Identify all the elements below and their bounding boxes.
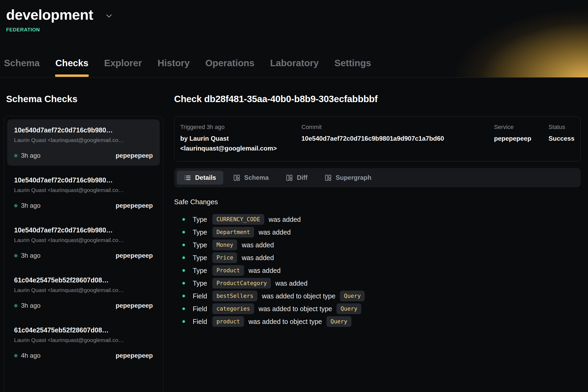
- check-meta-row: 3h ago pepepepeep: [14, 152, 153, 159]
- view-tabs: Details Schema Diff Supergraph: [174, 168, 581, 187]
- check-service: pepepepeep: [116, 352, 153, 359]
- code-chip: product: [212, 316, 244, 327]
- code-chip: Query: [337, 303, 361, 314]
- check-author: Laurin Quast <laurinquast@googlemail.co…: [14, 287, 153, 293]
- check-list-item[interactable]: 10e540d7aef72c0d716c9b980… Laurin Quast …: [7, 119, 160, 166]
- check-list-item[interactable]: 10e540d7aef72c0d716c9b980… Laurin Quast …: [7, 169, 160, 216]
- tab-operations[interactable]: Operations: [205, 58, 255, 77]
- change-row: Type Department was added: [174, 226, 581, 239]
- service-value: pepepepeep: [494, 134, 549, 143]
- check-detail-panel: Check db28f481-35aa-40b0-b8b9-303ecfabbb…: [163, 78, 581, 392]
- content: Schema Checks 10e540d7aef72c0d716c9b980……: [0, 78, 588, 392]
- change-kind: Type: [193, 280, 207, 287]
- check-hash: 10e540d7aef72c0d716c9b980…: [14, 226, 153, 234]
- bullet-dot-icon: [182, 218, 185, 221]
- project-type-badge: FEDERATION: [6, 27, 588, 33]
- status-label: Status: [549, 124, 574, 131]
- code-chip: Money: [212, 240, 237, 250]
- change-suffix: was added: [259, 228, 291, 236]
- service-label: Service: [494, 124, 549, 131]
- status-dot-icon: [14, 154, 18, 157]
- tab-checks[interactable]: Checks: [55, 58, 89, 77]
- change-row: Type Product was added: [174, 264, 581, 277]
- code-chip: categories: [212, 303, 254, 314]
- check-hash: 61c04e25475eb52f28607d08…: [14, 326, 153, 334]
- status-dot-icon: [14, 354, 18, 357]
- check-meta-row: 3h ago pepepepeep: [14, 302, 153, 309]
- change-row: Type CURRENCY_CODE was added: [174, 213, 581, 226]
- commit-label: Commit: [301, 124, 494, 131]
- tab-laboratory[interactable]: Laboratory: [270, 58, 319, 77]
- list-icon: [184, 174, 191, 181]
- view-tab-details[interactable]: Details: [177, 171, 223, 185]
- meta-triggered: Triggered 3h ago by Laurin Quast <laurin…: [180, 124, 301, 153]
- change-row: Field product was added to object type Q…: [174, 315, 581, 328]
- check-meta-row: 3h ago pepepepeep: [14, 202, 153, 209]
- status-dot-icon: [14, 254, 18, 257]
- change-row: Type Money was added: [174, 239, 581, 251]
- bullet-dot-icon: [182, 295, 185, 297]
- change-row: Field bestSellers was added to object ty…: [174, 290, 581, 302]
- check-meta-box: Triggered 3h ago by Laurin Quast <laurin…: [174, 116, 581, 161]
- check-list-item[interactable]: 10e540d7aef72c0d716c9b980… Laurin Quast …: [7, 219, 160, 266]
- view-tab-diff[interactable]: Diff: [279, 171, 315, 185]
- meta-status: Status Success: [549, 124, 574, 153]
- columns-icon: [233, 174, 240, 181]
- change-row: Type ProductCategory was added: [174, 277, 581, 290]
- check-list-item[interactable]: 61c04e25475eb52f28607d08… Laurin Quast <…: [7, 269, 160, 316]
- change-kind: Type: [193, 254, 207, 262]
- tab-settings[interactable]: Settings: [334, 58, 371, 77]
- view-tab-label: Schema: [244, 174, 269, 181]
- check-time: 3h ago: [21, 252, 40, 259]
- chevron-down-icon[interactable]: [104, 11, 114, 20]
- check-meta-row: 4h ago pepepepeep: [14, 352, 153, 359]
- change-suffix: was added to object type: [249, 318, 322, 326]
- check-author: Laurin Quast <laurinquast@googlemail.co…: [14, 187, 153, 193]
- meta-commit: Commit 10e540d7aef72c0d716c9b9801a9d907c…: [301, 124, 494, 153]
- change-suffix: was added to object type: [259, 305, 332, 313]
- check-author: Laurin Quast <laurinquast@googlemail.co…: [14, 137, 153, 143]
- check-time: 3h ago: [21, 302, 40, 309]
- view-tab-label: Diff: [297, 174, 308, 181]
- bullet-dot-icon: [182, 282, 185, 285]
- tab-explorer[interactable]: Explorer: [104, 58, 142, 77]
- commit-value: 10e540d7aef72c0d716c9b9801a9d907c1a7bd60: [301, 134, 494, 143]
- check-list-item[interactable]: 61c04e25475eb52f28607d08… Laurin Quast <…: [7, 319, 160, 366]
- columns-icon: [325, 174, 332, 181]
- check-meta-row: 3h ago pepepepeep: [14, 252, 153, 259]
- header: development FEDERATION Schema Checks Exp…: [0, 0, 588, 78]
- change-kind: Type: [193, 267, 207, 274]
- checks-list: 10e540d7aef72c0d716c9b980… Laurin Quast …: [4, 116, 163, 392]
- columns-icon: [286, 174, 293, 181]
- check-hash: 61c04e25475eb52f28607d08…: [14, 276, 153, 284]
- view-tab-label: Supergraph: [336, 174, 372, 181]
- schema-checks-title: Schema Checks: [6, 94, 163, 104]
- change-suffix: was added to object type: [262, 292, 335, 300]
- code-chip: Query: [326, 316, 351, 327]
- view-tab-label: Details: [195, 174, 216, 181]
- view-tab-schema[interactable]: Schema: [226, 171, 276, 185]
- project-switcher[interactable]: development: [6, 5, 588, 23]
- bullet-dot-icon: [182, 320, 185, 323]
- change-suffix: was added: [275, 280, 308, 287]
- change-row: Type Price was added: [174, 251, 581, 264]
- change-suffix: was added: [242, 254, 274, 262]
- change-kind: Type: [193, 216, 207, 223]
- change-kind: Type: [193, 241, 207, 249]
- view-tab-supergraph[interactable]: Supergraph: [317, 171, 379, 185]
- code-chip: CURRENCY_CODE: [212, 214, 264, 225]
- tab-history[interactable]: History: [157, 58, 190, 77]
- change-kind: Field: [193, 318, 207, 326]
- code-chip: ProductCategory: [212, 278, 271, 289]
- check-service: pepepepeep: [116, 152, 153, 159]
- check-time: 3h ago: [21, 202, 40, 209]
- change-row: Field categories was added to object typ…: [174, 302, 581, 315]
- check-author: Laurin Quast <laurinquast@googlemail.co…: [14, 337, 153, 343]
- check-title: Check db28f481-35aa-40b0-b8b9-303ecfabbb…: [174, 94, 581, 104]
- check-author: Laurin Quast <laurinquast@googlemail.co…: [14, 237, 153, 243]
- check-service: pepepepeep: [116, 252, 153, 259]
- tab-schema[interactable]: Schema: [4, 58, 40, 77]
- code-chip: Query: [340, 291, 365, 301]
- check-time: 3h ago: [21, 152, 40, 159]
- meta-service: Service pepepepeep: [494, 124, 549, 153]
